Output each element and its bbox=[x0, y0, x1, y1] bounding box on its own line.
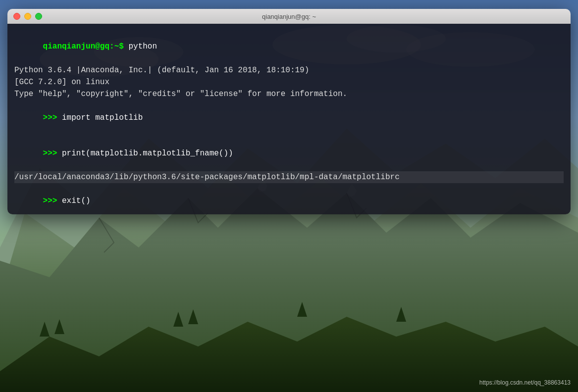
prompt-5: >>> bbox=[43, 113, 62, 122]
terminal-line-5: >>> import matplotlib bbox=[14, 100, 564, 136]
terminal-titlebar: qianqianjun@gq: ~ bbox=[7, 9, 571, 24]
prompt-1: qianqianjun@gq:~$ bbox=[43, 42, 129, 51]
terminal-body[interactable]: qianqianjun@gq:~$ python Python 3.6.4 |A… bbox=[7, 24, 571, 214]
watermark: https://blog.csdn.net/qq_38863413 bbox=[479, 379, 571, 386]
minimize-button[interactable] bbox=[24, 13, 31, 20]
titlebar-buttons bbox=[13, 13, 42, 20]
prompt-6: >>> bbox=[43, 149, 62, 158]
terminal-line-7: /usr/local/anaconda3/lib/python3.6/site-… bbox=[14, 171, 564, 183]
window-title: qianqianjun@gq: ~ bbox=[262, 13, 316, 20]
terminal-line-3: [GCC 7.2.0] on linux bbox=[14, 76, 564, 88]
cmd-8: exit() bbox=[62, 196, 91, 205]
maximize-button[interactable] bbox=[35, 13, 42, 20]
prompt-8: >>> bbox=[43, 196, 62, 205]
terminal-line-6: >>> print(matplotlib.matplotlib_fname()) bbox=[14, 136, 564, 171]
close-button[interactable] bbox=[13, 13, 20, 20]
watermark-text: https://blog.csdn.net/qq_38863413 bbox=[479, 379, 571, 386]
cmd-6: print(matplotlib.matplotlib_fname()) bbox=[62, 149, 233, 158]
cmd-5: import matplotlib bbox=[62, 113, 143, 122]
terminal-line-1: qianqianjun@gq:~$ python bbox=[14, 29, 564, 64]
terminal-line-8: >>> exit() bbox=[14, 183, 564, 214]
terminal-line-4: Type "help", "copyright", "credits" or "… bbox=[14, 88, 564, 100]
terminal-window: qianqianjun@gq: ~ qianqianjun@gq:~$ pyth… bbox=[7, 9, 571, 214]
cmd-1: python bbox=[128, 42, 157, 51]
terminal-line-2: Python 3.6.4 |Anaconda, Inc.| (default, … bbox=[14, 64, 564, 76]
